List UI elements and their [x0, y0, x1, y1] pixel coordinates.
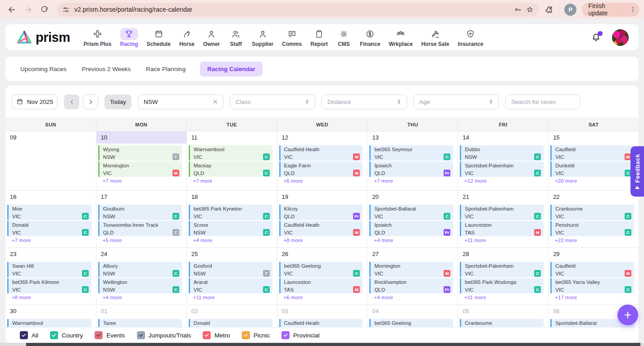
more-races-link[interactable]: +6 more: [284, 178, 367, 184]
legend-item-country[interactable]: Country: [50, 331, 83, 339]
user-avatar[interactable]: [612, 29, 629, 46]
race-event[interactable]: GoulburnNSWC: [98, 205, 182, 220]
race-event[interactable]: AlburyNSWC: [98, 262, 182, 277]
race-event[interactable]: LauncestonTASM: [460, 221, 544, 236]
month-picker-button[interactable]: Nov 2025: [12, 94, 58, 109]
back-icon[interactable]: [5, 2, 19, 17]
calendar-cell-22[interactable]: 22CranbourneVICCPenshurstVICC+22 more: [548, 191, 639, 247]
calendar-cell-17[interactable]: 17GoulburnNSWCToowoomba Inner TrackQLDT+…: [96, 191, 186, 247]
nav-item-comms[interactable]: Comms: [282, 28, 302, 47]
tab-upcoming-races[interactable]: Upcoming Races: [19, 62, 68, 76]
more-races-link[interactable]: +7 more: [103, 178, 186, 184]
more-races-link[interactable]: +8 more: [12, 295, 96, 300]
legend-item-provincial[interactable]: Provincial: [281, 331, 320, 339]
nav-item-racing[interactable]: Racing: [120, 28, 138, 47]
calendar-cell-15[interactable]: 15CaulfieldVICMDunkeldVICC+20 more: [548, 131, 639, 190]
race-event[interactable]: GosfordNSWT: [189, 262, 272, 277]
race-event[interactable]: Toowoomba Inner TrackQLDT: [98, 221, 182, 236]
race-event[interactable]: WarrnamboolVICC: [189, 145, 272, 161]
race-event[interactable]: Swan HillVICC: [7, 262, 91, 277]
next-month-button[interactable]: [83, 94, 98, 109]
race-event[interactable]: KilcoyQLDPr: [279, 205, 363, 220]
add-button[interactable]: +: [617, 305, 638, 325]
race-event[interactable]: Sportsbet-BallaratVICC: [369, 205, 453, 220]
race-event[interactable]: bet365 Park WodongaVICC: [460, 278, 544, 293]
more-races-link[interactable]: +7 more: [374, 178, 458, 184]
age-select[interactable]: Age: [413, 94, 499, 109]
state-select[interactable]: NSW: [138, 94, 223, 109]
race-event[interactable]: MackayQLDC: [189, 162, 272, 177]
calendar-cell-27[interactable]: 27MorningtonVICMRockhamptonQLDPr+4 more: [367, 248, 458, 305]
more-races-link[interactable]: +8 more: [284, 238, 367, 243]
race-event[interactable]: bet365 Park KilmoreVICC: [7, 278, 91, 293]
url-text[interactable]: v2.prism.horse/portal/racing/race-calend…: [74, 6, 509, 13]
prev-month-button[interactable]: [64, 94, 79, 109]
race-search-input[interactable]: [505, 94, 580, 109]
race-event[interactable]: RockhamptonQLDPr: [369, 278, 453, 293]
checkbox-checked-icon[interactable]: [137, 331, 145, 339]
race-event[interactable]: CaulfieldVICM: [550, 262, 634, 277]
checkbox-checked-icon[interactable]: [242, 331, 250, 339]
race-event[interactable]: MoeVICC: [7, 205, 91, 220]
feedback-button[interactable]: Feedback: [630, 146, 644, 197]
race-event[interactable]: CaulfieldVICM: [550, 145, 634, 161]
race-event[interactable]: SconeNSWC: [189, 221, 272, 236]
nav-item-report[interactable]: Report: [310, 28, 328, 47]
race-event[interactable]: WellingtonNSWC: [98, 278, 182, 293]
legend-item-metro[interactable]: Metro: [203, 331, 230, 339]
race-event[interactable]: bet365 Yarra ValleyVICC: [550, 278, 634, 293]
calendar-cell-12[interactable]: 12Caulfield HeathVICMEagle FarmQLDM+6 mo…: [277, 131, 367, 190]
legend-item-all[interactable]: All: [20, 331, 38, 339]
calendar-cell-10[interactable]: 10WyongNSWTMorningtonVICM+7 more: [96, 131, 186, 190]
password-key-icon[interactable]: [514, 6, 522, 13]
scrollbar-thumb[interactable]: [26, 343, 640, 346]
calendar-cell-29[interactable]: 29CaulfieldVICMbet365 Yarra ValleyVICC+1…: [548, 248, 639, 305]
more-races-link[interactable]: +6 more: [284, 295, 367, 300]
legend-item-events[interactable]: Events: [95, 331, 125, 339]
more-races-link[interactable]: +22 more: [555, 238, 639, 243]
race-event[interactable]: Eagle FarmQLDM: [279, 162, 363, 177]
calendar-cell-09[interactable]: 09: [5, 131, 96, 190]
race-event[interactable]: MorningtonVICM: [369, 262, 453, 277]
legend-item-jumpouts-trials[interactable]: Jumpouts/Trials: [137, 331, 191, 339]
site-info-icon[interactable]: [62, 6, 70, 13]
calendar-cell-26[interactable]: 26bet365 GeelongVICCLauncestonTASM+6 mor…: [277, 248, 367, 305]
calendar-cell-25[interactable]: 25GosfordNSWTAraratVICC+11 more: [186, 248, 277, 305]
nav-item-supplier[interactable]: Supplier: [252, 28, 273, 47]
url-bar[interactable]: v2.prism.horse/portal/racing/race-calend…: [57, 3, 539, 17]
race-event[interactable]: AraratVICC: [189, 278, 272, 293]
nav-item-schedule[interactable]: Schedule: [147, 28, 171, 47]
race-event[interactable]: Sportsbet-PakenhamVICC: [460, 205, 544, 220]
tab-previous-2-weeks[interactable]: Previous 2 Weeks: [81, 62, 132, 76]
finish-update-button[interactable]: Finish update: [582, 3, 639, 17]
nav-item-insurance[interactable]: Insurance: [458, 28, 484, 47]
more-races-link[interactable]: +4 more: [193, 238, 277, 243]
clear-state-icon[interactable]: [212, 99, 218, 105]
race-event[interactable]: Caulfield HeathVICM: [279, 145, 363, 161]
calendar-cell-11[interactable]: 11WarrnamboolVICCMackayQLDC+7 more: [186, 131, 277, 190]
today-button[interactable]: Today: [104, 94, 132, 109]
legend-item-picnic[interactable]: Picnic: [242, 331, 270, 339]
more-races-link[interactable]: +11 more: [464, 238, 548, 243]
race-event[interactable]: bet365 SeymourVICC: [369, 145, 453, 161]
race-event[interactable]: WyongNSWT: [98, 145, 182, 161]
calendar-cell-14[interactable]: 14DubboNSWCSportsbet-PakenhamVICC+12 mor…: [458, 131, 548, 190]
nav-item-cms[interactable]: CMS: [336, 28, 351, 47]
calendar-cell-19[interactable]: 19KilcoyQLDPrCaulfield HeathVICM+8 more: [277, 191, 367, 247]
race-event[interactable]: DonaldVICC: [7, 221, 91, 236]
race-event[interactable]: LauncestonTASM: [279, 278, 363, 293]
prism-logo[interactable]: prism: [15, 29, 70, 45]
checkbox-checked-icon[interactable]: [20, 331, 28, 339]
race-event[interactable]: DubboNSWC: [460, 145, 544, 161]
race-event[interactable]: bet365 GeelongVICC: [279, 262, 363, 277]
race-event[interactable]: Sportsbet-PakenhamVICC: [460, 162, 544, 177]
chrome-menu-icon[interactable]: [628, 4, 638, 14]
race-event[interactable]: DunkeldVICC: [550, 162, 634, 177]
checkbox-checked-icon[interactable]: [281, 331, 290, 339]
calendar-cell-18[interactable]: 18bet365 Park KynetonVICCSconeNSWC+4 mor…: [186, 191, 277, 247]
more-races-link[interactable]: +4 more: [374, 295, 458, 300]
race-event[interactable]: IpswichQLDPr: [369, 221, 453, 236]
extensions-icon[interactable]: [544, 5, 553, 14]
bookmark-star-icon[interactable]: [526, 6, 534, 13]
calendar-cell-21[interactable]: 21Sportsbet-PakenhamVICCLauncestonTASM+1…: [458, 191, 548, 247]
